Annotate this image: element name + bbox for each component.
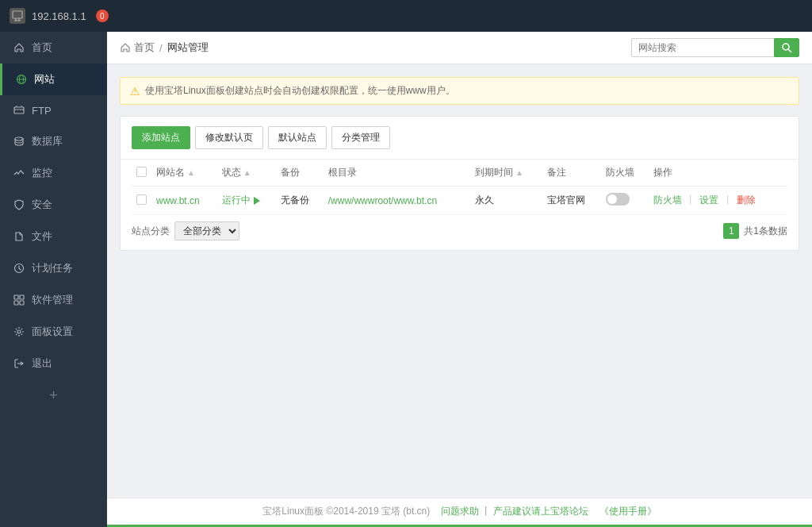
sidebar-label-ftp: FTP — [32, 105, 52, 117]
row-checkbox[interactable] — [136, 194, 147, 205]
sidebar-label-files: 文件 — [32, 229, 52, 244]
search-button[interactable] — [774, 38, 799, 57]
col-backup: 备份 — [276, 160, 324, 187]
sidebar-item-monitor[interactable]: 监控 — [0, 157, 107, 189]
action-settings[interactable]: 设置 — [699, 194, 718, 206]
breadcrumb-home[interactable]: 首页 — [120, 40, 155, 55]
category-select[interactable]: 全部分类 — [174, 221, 239, 240]
sidebar-label-cron: 计划任务 — [32, 261, 73, 275]
svg-rect-15 — [14, 301, 18, 305]
category-label: 站点分类 — [132, 225, 170, 238]
sidebar-label-panel: 面板设置 — [32, 325, 73, 339]
site-table: 网站名 ▲ 状态 ▲ 备份 — [132, 160, 787, 215]
sidebar-item-panel[interactable]: 面板设置 — [0, 316, 107, 348]
col-actions: 操作 — [649, 160, 788, 187]
action-firewall[interactable]: 防火墙 — [653, 194, 682, 206]
sidebar-label-software: 软件管理 — [32, 293, 73, 307]
topbar-logo: 192.168.1.1 0 — [10, 8, 109, 24]
monitor-icon — [13, 167, 25, 179]
sidebar-label-monitor: 监控 — [32, 166, 52, 180]
ftp-icon — [13, 104, 25, 117]
sidebar-label-home: 首页 — [32, 40, 52, 55]
status-dot-icon — [254, 197, 260, 205]
notice-text: 使用宝塔Linux面板创建站点时会自动创建权限配置，统一使用www用户。 — [145, 84, 455, 98]
home-icon — [13, 41, 25, 54]
sidebar-item-home[interactable]: 首页 — [0, 32, 107, 63]
breadcrumb-current: 网站管理 — [167, 40, 209, 55]
svg-rect-7 — [14, 107, 24, 113]
sort-icon-expire: ▲ — [515, 168, 523, 177]
action-sep-1: 丨 — [686, 194, 695, 206]
globe-icon — [15, 73, 28, 86]
select-all-checkbox[interactable] — [136, 167, 147, 177]
expire-cell: 永久 — [470, 187, 542, 215]
col-path: 根目录 — [324, 160, 470, 187]
notice-bar: ⚠ 使用宝塔Linux面板创建站点时会自动创建权限配置，统一使用www用户。 — [120, 77, 799, 105]
site-name-link[interactable]: www.bt.cn — [156, 195, 200, 206]
settings-icon — [13, 325, 25, 338]
shield-icon — [13, 198, 25, 211]
col-status: 状态 ▲ — [217, 160, 276, 187]
content-area: 首页 / 网站管理 ⚠ 使用宝塔Linux面板创建站点时会自动创建权限配置，统一… — [107, 32, 812, 527]
home-breadcrumb-icon — [120, 42, 131, 53]
topbar-ip: 192.168.1.1 — [32, 10, 86, 22]
sidebar-item-files[interactable]: 文件 — [0, 221, 107, 252]
footer: 宝塔Linux面板 ©2014-2019 宝塔 (bt.cn) 问题求助 丨 产… — [107, 498, 812, 525]
svg-rect-13 — [14, 295, 18, 299]
sort-icon-status: ▲ — [243, 168, 251, 177]
default-site-button[interactable]: 默认站点 — [268, 126, 327, 149]
svg-point-19 — [783, 44, 789, 50]
inner-content: ⚠ 使用宝塔Linux面板创建站点时会自动创建权限配置，统一使用www用户。 添… — [107, 64, 812, 498]
logout-icon — [13, 357, 25, 370]
svg-rect-0 — [13, 11, 22, 18]
site-management-card: 添加站点 修改默认页 默认站点 分类管理 网站名 — [120, 116, 799, 251]
sidebar-item-logout[interactable]: 退出 — [0, 348, 107, 379]
footer-copyright: 宝塔Linux面板 ©2014-2019 宝塔 (bt.cn) — [262, 506, 430, 517]
site-table-wrap: 网站名 ▲ 状态 ▲ 备份 — [121, 160, 799, 215]
category-manage-button[interactable]: 分类管理 — [331, 126, 390, 149]
col-firewall: 防火墙 — [601, 160, 649, 187]
add-site-button[interactable]: 添加站点 — [132, 126, 190, 149]
sidebar-label-database: 数据库 — [32, 134, 63, 148]
pagination-area: 站点分类 全部分类 1 共1条数据 — [121, 215, 799, 250]
sort-icon-name: ▲ — [187, 168, 195, 177]
toggle-knob — [607, 194, 617, 204]
footer-manual[interactable]: 《使用手册》 — [599, 506, 657, 517]
warning-icon: ⚠ — [130, 85, 140, 98]
sidebar-label-logout: 退出 — [32, 356, 52, 371]
sidebar-item-security[interactable]: 安全 — [0, 189, 107, 221]
svg-point-17 — [17, 330, 21, 333]
firewall-toggle[interactable] — [606, 193, 630, 206]
search-bar — [631, 38, 799, 57]
col-expire: 到期时间 ▲ — [470, 160, 542, 187]
footer-feedback[interactable]: 产品建议请上宝塔论坛 — [493, 506, 588, 517]
breadcrumb-separator: / — [159, 42, 163, 54]
toolbar: 添加站点 修改默认页 默认站点 分类管理 — [121, 117, 799, 160]
table-row: www.bt.cn 运行中 无备份 /www/wwwroot/www.bt.cn — [132, 187, 787, 215]
search-input[interactable] — [631, 38, 774, 57]
sidebar-item-ftp[interactable]: FTP — [0, 95, 107, 125]
search-icon — [781, 42, 792, 53]
footer-sep1: 丨 — [481, 506, 491, 517]
sidebar-item-cron[interactable]: 计划任务 — [0, 252, 107, 284]
sidebar-item-software[interactable]: 软件管理 — [0, 284, 107, 316]
action-delete[interactable]: 删除 — [737, 194, 756, 206]
sidebar-add-button[interactable]: + — [0, 379, 107, 412]
action-sep-2: 丨 — [723, 194, 733, 206]
svg-rect-16 — [20, 301, 24, 305]
backup-cell: 无备份 — [276, 187, 324, 215]
modify-default-button[interactable]: 修改默认页 — [195, 126, 263, 149]
col-name: 网站名 ▲ — [151, 160, 217, 187]
sidebar-item-website[interactable]: 网站 — [0, 63, 107, 95]
category-filter: 站点分类 全部分类 — [132, 221, 239, 240]
apps-icon — [13, 294, 25, 306]
topbar-badge: 0 — [96, 10, 109, 22]
page-number: 1 — [723, 223, 739, 239]
footer-help[interactable]: 问题求助 — [441, 506, 479, 517]
monitor-icon — [10, 8, 25, 24]
actions-cell: 防火墙 丨 设置 丨 删除 — [649, 187, 788, 215]
svg-point-11 — [15, 137, 23, 140]
sidebar-item-database[interactable]: 数据库 — [0, 125, 107, 157]
sidebar-label-website: 网站 — [34, 72, 55, 87]
sidebar-label-security: 安全 — [32, 198, 52, 212]
